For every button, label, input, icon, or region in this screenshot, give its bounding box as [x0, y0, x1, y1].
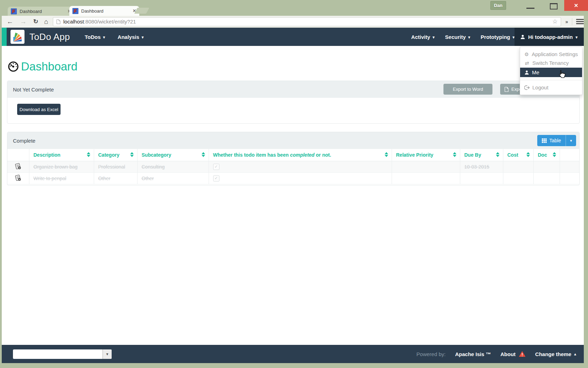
- about-link[interactable]: About: [500, 351, 526, 357]
- nav-item-todos[interactable]: ToDos ▾: [85, 34, 105, 40]
- column-category[interactable]: Category: [94, 149, 137, 161]
- footer-select[interactable]: ▼: [13, 349, 112, 359]
- toolbar-divider: [572, 18, 572, 25]
- cell-completed: ✓: [209, 161, 392, 173]
- mouse-cursor: [557, 69, 566, 80]
- window-close-button[interactable]: ✕: [564, 0, 588, 11]
- row-icon-cell: [7, 161, 29, 173]
- tab-title: Dashboard: [81, 8, 130, 14]
- change-theme-button[interactable]: Change theme ▴: [535, 351, 576, 357]
- todo-item-icon: [15, 163, 21, 170]
- table-view-caret-button[interactable]: ▾: [566, 135, 576, 146]
- completed-checkbox[interactable]: ✓: [213, 175, 219, 182]
- url-host: localhost: [63, 19, 84, 25]
- sort-icon[interactable]: [385, 152, 388, 157]
- cell-subcategory: Consulting: [137, 161, 209, 173]
- panel-header: Not Yet Complete Export to Word Export A: [7, 81, 579, 98]
- home-button[interactable]: ⌂: [44, 18, 48, 25]
- cell-description[interactable]: Write to penpal: [29, 173, 94, 184]
- accent-strip: [2, 28, 7, 46]
- address-bar[interactable]: localhost:8080/wicket/entity?21 ☆: [53, 17, 561, 26]
- panel-not-yet-complete: Not Yet Complete Export to Word Export A…: [7, 81, 580, 124]
- completed-checkbox[interactable]: ✓: [213, 164, 219, 170]
- column-doc[interactable]: Doc: [533, 149, 560, 161]
- cell-description[interactable]: Organize brown bag: [29, 161, 94, 173]
- column-subcategory[interactable]: Subcategory: [137, 149, 209, 161]
- powered-by-label: Powered by:: [416, 351, 446, 357]
- app-brand[interactable]: ToDo App: [29, 32, 70, 42]
- menu-item-logout[interactable]: Logout: [520, 83, 582, 92]
- cell-relative-priority: [392, 161, 460, 173]
- page-icon: [56, 19, 61, 24]
- page-title: Dashboard: [8, 60, 77, 73]
- browser-tab-inactive[interactable]: Dashboard ✕: [8, 7, 74, 16]
- forward-button[interactable]: →: [20, 18, 27, 25]
- powered-by-link[interactable]: Apache Isis ™: [455, 351, 491, 357]
- column-completed[interactable]: Whether this todo item has been complete…: [209, 149, 392, 161]
- chevron-down-icon: ▾: [142, 35, 144, 40]
- chevron-down-icon: ▾: [468, 35, 470, 40]
- table-row[interactable]: Write to penpal Other Other ✓: [7, 173, 579, 184]
- window-minimize-button[interactable]: [526, 8, 534, 9]
- nav-item-prototyping[interactable]: Prototyping ▾: [481, 34, 514, 40]
- cell-relative-priority: [392, 173, 460, 184]
- table-view-button[interactable]: Table ▾: [537, 135, 576, 146]
- page-title-text: Dashboard: [21, 60, 77, 73]
- bookmark-star-icon[interactable]: ☆: [552, 18, 558, 25]
- column-description[interactable]: Description: [29, 149, 94, 161]
- app-footer: ▼ Powered by: Apache Isis ™ About Change…: [2, 345, 584, 363]
- chevron-down-icon: ▼: [106, 352, 109, 356]
- sort-icon[interactable]: [496, 152, 499, 157]
- browser-menu-icon[interactable]: [576, 19, 584, 24]
- new-tab-button[interactable]: [134, 8, 149, 14]
- table-header-row: Description Category Subcategory Whether…: [7, 149, 579, 161]
- sort-icon[interactable]: [130, 152, 134, 157]
- chevron-up-icon: ▴: [574, 352, 576, 356]
- table-row[interactable]: Organize brown bag Professional Consulti…: [7, 161, 579, 173]
- nav-item-user[interactable]: Hi todoapp-admin ▾: [514, 28, 584, 46]
- column-due-by[interactable]: Due By: [460, 149, 503, 161]
- app-logo[interactable]: [10, 30, 24, 44]
- sort-icon[interactable]: [453, 152, 456, 157]
- document-icon: [504, 87, 509, 92]
- cell-subcategory: Other: [137, 173, 209, 184]
- window-maximize-button[interactable]: [550, 3, 558, 9]
- reload-button[interactable]: ↻: [33, 19, 38, 25]
- browser-profile-badge[interactable]: Dan: [490, 1, 506, 10]
- sort-icon[interactable]: [553, 152, 556, 157]
- browser-toolbar: ← → ↻ ⌂ localhost:8080/wicket/entity?21 …: [2, 16, 584, 28]
- sort-icon[interactable]: [526, 152, 530, 157]
- cell-due-by: 10-03-2015: [460, 161, 503, 173]
- download-as-excel-button[interactable]: Download as Excel: [17, 104, 61, 115]
- export-to-word-button[interactable]: Export to Word: [443, 84, 492, 95]
- favicon-icon: [11, 8, 17, 14]
- panel-complete: Complete Table ▾: [7, 132, 580, 185]
- user-icon: [520, 34, 525, 40]
- gear-icon: ⚙: [524, 52, 529, 57]
- cell-category: Professional: [94, 161, 137, 173]
- menu-item-me[interactable]: Me: [520, 68, 582, 77]
- cell-spacer: [560, 173, 579, 184]
- nav-item-security[interactable]: Security ▾: [445, 34, 470, 40]
- app-navbar: ToDo App ToDos ▾ Analysis ▾ Activity ▾ S…: [2, 28, 584, 46]
- menu-item-application-settings[interactable]: ⚙ Application Settings: [520, 50, 582, 59]
- user-icon: [524, 70, 529, 75]
- menu-item-switch-tenancy[interactable]: ⇄ Switch Tenancy: [520, 59, 582, 67]
- cell-completed: ✓: [209, 173, 392, 184]
- panel-header: Complete Table ▾: [7, 132, 579, 149]
- cell-doc: [533, 173, 560, 184]
- browser-tab-active[interactable]: Dashboard ✕: [69, 6, 139, 16]
- sort-icon[interactable]: [202, 152, 205, 157]
- chevron-down-icon: ▾: [570, 138, 572, 143]
- select-caret-button[interactable]: ▼: [103, 349, 112, 359]
- toolbar-overflow-icon[interactable]: »: [565, 19, 568, 25]
- column-relative-priority[interactable]: Relative Priority: [392, 149, 460, 161]
- sort-icon[interactable]: [87, 152, 90, 157]
- nav-item-analysis[interactable]: Analysis ▾: [118, 34, 144, 40]
- back-button[interactable]: ←: [7, 18, 13, 25]
- column-cost[interactable]: Cost: [503, 149, 533, 161]
- page-viewport: ToDo App ToDos ▾ Analysis ▾ Activity ▾ S…: [2, 28, 584, 363]
- cell-category: Other: [94, 173, 137, 184]
- nav-item-activity[interactable]: Activity ▾: [411, 34, 435, 40]
- switch-icon: ⇄: [524, 60, 530, 66]
